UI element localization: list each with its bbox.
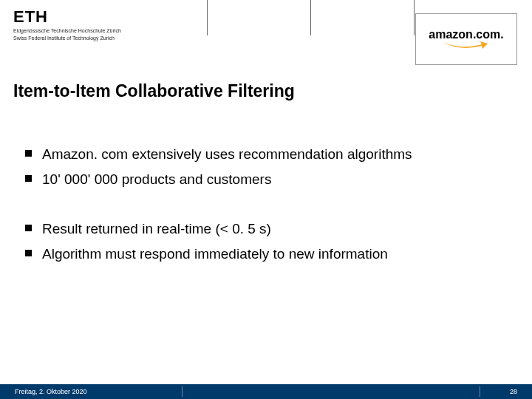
eth-logo-sub2: Swiss Federal Institute of Technology Zu… [13, 35, 121, 41]
bullet-marker-icon [25, 150, 32, 157]
footer-page-number: 28 [510, 388, 532, 395]
bullet-text: Algorithm must respond immediately to ne… [42, 244, 388, 265]
list-item: Amazon. com extensively uses recommendat… [25, 144, 517, 165]
amazon-logo-box: amazon.com. [415, 13, 517, 65]
bullet-text: 10' 000' 000 products and customers [42, 169, 271, 190]
slide-title: Item-to-Item Collaborative Filtering [13, 81, 295, 101]
eth-logo-text: ETH [13, 7, 121, 27]
bullet-group-2: Result returned in real-time (< 0. 5 s) … [25, 219, 517, 264]
bullet-group-1: Amazon. com extensively uses recommendat… [25, 144, 517, 189]
list-item: Result returned in real-time (< 0. 5 s) [25, 219, 517, 239]
bullet-marker-icon [25, 225, 32, 231]
bullet-marker-icon [25, 250, 32, 256]
eth-logo-sub1: Eidgenössische Technische Hochschule Zür… [13, 28, 121, 34]
slide-content: Amazon. com extensively uses recommendat… [25, 144, 517, 293]
bullet-marker-icon [25, 175, 32, 182]
amazon-swoosh-icon [440, 40, 492, 50]
slide-header: ETH Eidgenössische Technische Hochschule… [0, 0, 532, 53]
footer-divider [182, 386, 183, 397]
list-item: 10' 000' 000 products and customers [25, 169, 517, 190]
list-item: Algorithm must respond immediately to ne… [25, 244, 517, 265]
slide-footer: Freitag, 2. Oktober 2020 28 [0, 384, 532, 399]
footer-date: Freitag, 2. Oktober 2020 [0, 388, 177, 395]
divider [207, 0, 310, 35]
eth-logo: ETH Eidgenössische Technische Hochschule… [13, 7, 121, 41]
footer-divider [480, 386, 480, 397]
divider [310, 0, 414, 35]
bullet-text: Result returned in real-time (< 0. 5 s) [42, 219, 271, 239]
bullet-text: Amazon. com extensively uses recommendat… [42, 144, 412, 165]
